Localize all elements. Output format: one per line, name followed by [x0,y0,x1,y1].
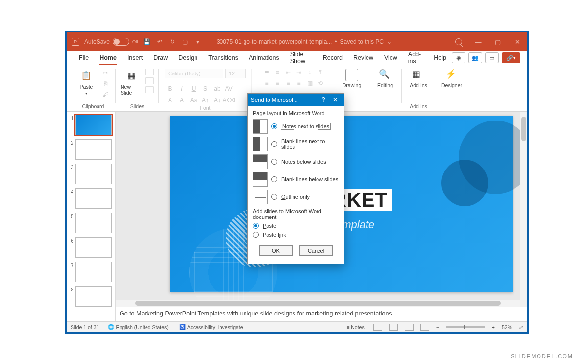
thumbnail-5[interactable] [75,213,112,233]
tab-help[interactable]: Help [428,51,452,65]
justify-icon[interactable]: ≡ [294,79,304,87]
share-button[interactable]: 🔗▾ [502,52,520,63]
record-tool-icon[interactable]: ◉ [452,52,466,63]
spacing-icon[interactable]: AV [223,84,234,93]
strike-icon[interactable]: S [200,84,211,93]
dialog-titlebar[interactable]: Send to Microsof... ? ✕ [248,94,344,106]
radio-paste-link[interactable] [253,232,259,238]
thumbnail-8[interactable] [75,286,112,307]
ok-button[interactable]: OK [259,245,293,256]
option-notes-below[interactable]: Notes below slides [253,154,339,169]
addins-button[interactable]: ▦ Add-ins [407,69,430,88]
present-icon[interactable]: ▢ [181,38,189,46]
notes-pane[interactable]: Go to Marketing PowerPoint Templates wit… [116,307,527,321]
option-outline[interactable]: Outline only [253,190,339,204]
highlight-icon[interactable]: A [176,96,187,105]
tab-slideshow[interactable]: Slide Show [285,51,318,65]
radio-paste[interactable] [253,223,259,229]
radio-blank-below[interactable] [271,176,277,182]
tab-addins[interactable]: Add-ins [403,51,428,65]
maximize-button[interactable]: ▢ [488,32,508,51]
font-color-icon[interactable]: A [165,96,175,105]
text-direction-icon[interactable]: ⤒ [316,69,325,76]
dialog-help-icon[interactable]: ? [318,97,329,103]
option-notes-next[interactable]: Notes next to slides [253,119,339,134]
clear-format-icon[interactable]: A⌫ [223,96,234,105]
save-status[interactable]: Saved to this PC [340,38,384,45]
tab-animations[interactable]: Animations [244,51,285,65]
font-name-select[interactable]: Calibri (Body) [165,69,223,78]
minimize-button[interactable]: — [468,32,488,51]
designer-button[interactable]: ⚡ Designer [440,69,464,88]
thumbnail-2[interactable] [75,139,112,160]
fit-window-icon[interactable]: ⤢ [519,324,523,330]
cancel-button[interactable]: Cancel [299,245,333,256]
indent-in-icon[interactable]: ⇥ [294,69,304,76]
tab-review[interactable]: Review [348,51,379,65]
thumbnail-3[interactable] [75,164,112,184]
save-status-caret-icon[interactable]: ⌄ [387,38,392,45]
align-center-icon[interactable]: ≡ [272,79,282,87]
thumbnail-1[interactable] [75,115,112,135]
sorter-view-icon[interactable] [389,324,398,331]
autosave-toggle[interactable]: AutoSave Off [84,38,138,46]
thumbnail-7[interactable] [75,262,112,282]
toggle-off-icon[interactable] [113,38,129,46]
underline-icon[interactable]: U [188,84,199,93]
case-icon[interactable]: Aa [188,96,199,105]
tab-file[interactable]: File [74,51,94,65]
bullets-icon[interactable]: ≣ [262,69,271,76]
save-icon[interactable]: 💾 [143,38,151,46]
tab-record[interactable]: Record [318,51,348,65]
shadow-icon[interactable]: ab [212,84,222,93]
shrink-font-icon[interactable]: A↓ [212,96,222,105]
editing-button[interactable]: 🔍 Editing [373,69,397,88]
radio-outline[interactable] [271,194,277,200]
indent-out-icon[interactable]: ⇤ [283,69,293,76]
smartart-icon[interactable]: ⟲ [316,79,325,87]
tab-insert[interactable]: Insert [122,51,148,65]
tab-home[interactable]: Home [94,51,122,65]
drawing-button[interactable]: Drawing [340,69,364,88]
accessibility-status[interactable]: ♿ Accessibility: Investigate [177,324,245,330]
collapse-ribbon-icon[interactable]: ▭ [485,52,499,63]
grow-font-icon[interactable]: A↑ [200,96,211,105]
search-button[interactable] [449,32,468,51]
option-paste-link[interactable]: Paste link [253,232,339,238]
tab-draw[interactable]: Draw [148,51,173,65]
slideshow-view-icon[interactable] [420,324,429,331]
radio-notes-below[interactable] [271,159,277,165]
cut-icon[interactable]: ✂ [100,69,111,77]
radio-blank-next[interactable] [271,141,277,147]
teams-tool-icon[interactable]: 👥 [468,52,482,63]
zoom-slider[interactable] [446,326,485,328]
align-right-icon[interactable]: ≡ [283,79,293,87]
format-painter-icon[interactable]: 🖌 [100,90,111,99]
columns-icon[interactable]: ▥ [305,79,315,87]
bold-icon[interactable]: B [165,84,175,93]
dialog-close-icon[interactable]: ✕ [329,97,341,103]
language-status[interactable]: 🌐 English (United States) [106,324,170,330]
reading-view-icon[interactable] [405,324,414,331]
tab-view[interactable]: View [379,51,403,65]
option-blank-next[interactable]: Blank lines next to slides [253,137,339,151]
zoom-out-icon[interactable]: − [436,324,439,330]
normal-view-icon[interactable] [373,324,382,331]
slide-counter[interactable]: Slide 1 of 31 [71,324,99,330]
section-icon[interactable] [145,86,154,93]
qat-dropdown-icon[interactable]: ▾ [194,38,202,46]
slide-thumbnails[interactable]: 1 2 3 4 5 6 7 8 [67,112,116,321]
zoom-in-icon[interactable]: + [492,324,495,330]
line-spacing-icon[interactable]: ↕ [305,69,315,76]
thumbnail-4[interactable] [75,188,112,209]
redo-icon[interactable]: ↻ [169,38,176,46]
hscroll-thumb[interactable] [135,301,501,306]
italic-icon[interactable]: I [176,84,187,93]
option-paste[interactable]: Paste [253,223,339,229]
reset-icon[interactable] [145,77,154,84]
copy-icon[interactable]: ⎘ [100,79,111,88]
radio-notes-next[interactable] [271,123,277,129]
numbering-icon[interactable]: ≡ [272,69,282,76]
thumbnail-6[interactable] [75,237,112,258]
vertical-scrollbar[interactable] [520,112,527,300]
